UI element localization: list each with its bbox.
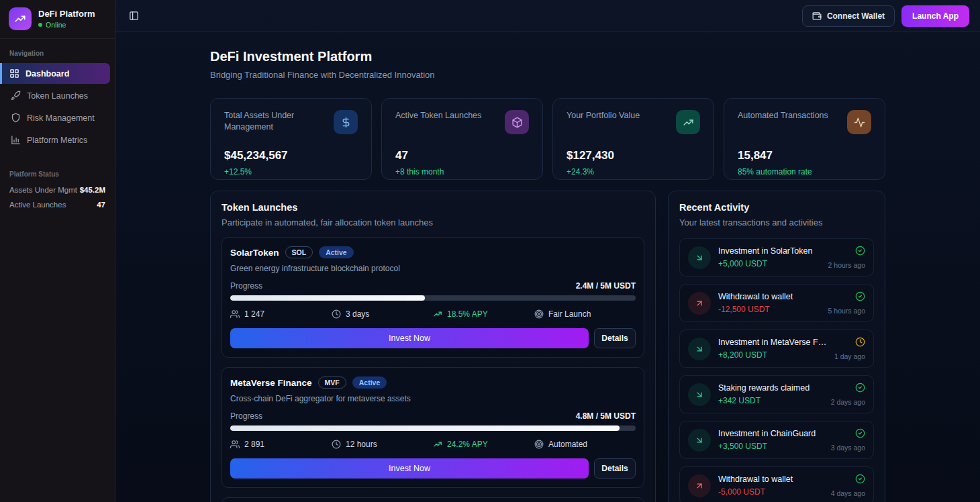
brand-logo bbox=[9, 7, 32, 30]
activity-title: Investment in SolarToken bbox=[718, 246, 821, 256]
rocket-icon bbox=[11, 91, 21, 101]
main-area: Connect Wallet Launch App DeFi Investmen… bbox=[115, 0, 980, 502]
sidebar-item-risk-management[interactable]: Risk Management bbox=[5, 107, 110, 128]
package-icon bbox=[505, 110, 529, 134]
panel-left-icon bbox=[129, 11, 139, 21]
bar-chart-icon bbox=[11, 135, 21, 145]
activity-item[interactable]: Staking rewards claimed +342 USDT 2 days… bbox=[679, 375, 874, 413]
activity-amount: +3,500 USDT bbox=[718, 442, 824, 451]
activity-amount: +8,200 USDT bbox=[718, 350, 827, 360]
arrow-down-right-icon bbox=[688, 246, 711, 269]
details-button[interactable]: Details bbox=[594, 328, 636, 348]
brand-name: DeFi Platform bbox=[38, 9, 95, 19]
activity-item[interactable]: Investment in MetaVerse Finance +8,200 U… bbox=[679, 330, 874, 368]
launch-description: Green energy infrastructure blockchain p… bbox=[230, 264, 636, 273]
progress-fill bbox=[230, 295, 425, 301]
recent-activity-title: Recent Activity bbox=[679, 202, 874, 213]
sidebar-item-label: Token Launches bbox=[27, 91, 88, 101]
launch-description: Cross-chain DeFi aggregator for metavers… bbox=[230, 394, 636, 403]
status-row-launches: Active Launches 47 bbox=[0, 197, 115, 212]
stats-grid: Total Assets Under Management $45,234,56… bbox=[210, 98, 885, 180]
symbol-chip: SOL bbox=[285, 246, 313, 258]
activity-amount: -5,000 USDT bbox=[718, 487, 824, 497]
token-launches-panel: Token Launches Participate in automated,… bbox=[210, 191, 656, 502]
stat-change: +12.5% bbox=[224, 167, 358, 177]
activity-time: 2 hours ago bbox=[828, 261, 865, 269]
stat-card-active-launches: Active Token Launches 47 +8 this month bbox=[381, 98, 543, 180]
launch-type-stat: Automated bbox=[534, 440, 636, 449]
sidebar-toggle-button[interactable] bbox=[126, 8, 142, 23]
activity-title: Withdrawal to wallet bbox=[718, 292, 821, 301]
sidebar-item-label: Platform Metrics bbox=[27, 136, 87, 145]
trending-up-icon bbox=[14, 13, 26, 25]
topbar-actions: Connect Wallet Launch App bbox=[802, 5, 969, 27]
aum-value: $45.2M bbox=[80, 186, 105, 194]
nav-section-label: Navigation bbox=[0, 39, 115, 62]
app-root: DeFi Platform Online Navigation Dashboar… bbox=[0, 0, 980, 502]
activity-item[interactable]: Investment in ChainGuard +3,500 USDT 3 d… bbox=[679, 421, 874, 459]
stat-change: +8 this month bbox=[395, 167, 529, 177]
progress-bar[interactable] bbox=[230, 295, 636, 301]
details-button[interactable]: Details bbox=[594, 458, 636, 479]
status-badge: Active bbox=[319, 246, 354, 258]
progress-bar[interactable] bbox=[230, 425, 636, 431]
participants-stat: 1 247 bbox=[230, 309, 332, 319]
apy-stat: 18.5% APY bbox=[433, 309, 534, 319]
check-circle-icon bbox=[855, 474, 865, 484]
recent-activity-panel: Recent Activity Your latest transactions… bbox=[668, 191, 885, 502]
activity-time: 5 hours ago bbox=[828, 307, 865, 315]
online-dot-icon bbox=[38, 23, 42, 27]
invest-now-button[interactable]: Invest Now bbox=[230, 458, 589, 479]
users-icon bbox=[230, 440, 240, 449]
arrow-down-right-icon bbox=[688, 383, 711, 406]
progress-value: 4.8M / 5M USDT bbox=[576, 411, 636, 421]
activity-item[interactable]: Withdrawal to wallet -5,000 USDT 4 days … bbox=[679, 466, 874, 502]
activity-amount: -12,500 USDT bbox=[718, 305, 821, 314]
target-icon bbox=[534, 440, 544, 449]
shield-icon bbox=[11, 113, 21, 123]
check-circle-icon bbox=[855, 291, 865, 301]
trending-up-icon bbox=[676, 110, 700, 134]
launch-card-metaverse-finance: MetaVerse Finance MVF Active Cross-chain… bbox=[222, 367, 644, 488]
trending-up-icon bbox=[433, 309, 442, 319]
recent-activity-subtitle: Your latest transactions and activities bbox=[679, 217, 874, 228]
platform-status-section: Platform Status Assets Under Mgmt $45.2M… bbox=[0, 160, 115, 212]
activity-time: 3 days ago bbox=[831, 444, 865, 452]
launch-type-stat: Fair Launch bbox=[534, 309, 636, 319]
launch-card-solartoken: SolarToken SOL Active Green energy infra… bbox=[222, 237, 644, 358]
activity-amount: +5,000 USDT bbox=[718, 259, 821, 268]
online-status: Online bbox=[38, 21, 95, 29]
launch-app-button[interactable]: Launch App bbox=[901, 5, 969, 27]
activity-title: Staking rewards claimed bbox=[718, 383, 824, 393]
invest-now-button[interactable]: Invest Now bbox=[230, 328, 589, 348]
sidebar-item-token-launches[interactable]: Token Launches bbox=[5, 85, 110, 106]
page-subtitle: Bridging Traditional Finance with Decent… bbox=[210, 70, 885, 80]
platform-status-label: Platform Status bbox=[0, 160, 115, 183]
clock-icon bbox=[855, 337, 865, 347]
activity-time: 2 days ago bbox=[831, 398, 865, 406]
activity-amount: +342 USDT bbox=[718, 396, 824, 405]
dashboard-grid-icon bbox=[9, 68, 19, 79]
time-left-stat: 3 days bbox=[332, 309, 433, 319]
sidebar-nav: Dashboard Token Launches Risk Management… bbox=[0, 62, 115, 152]
time-left-stat: 12 hours bbox=[332, 440, 433, 449]
target-icon bbox=[534, 309, 544, 319]
progress-value: 2.4M / 5M USDT bbox=[576, 281, 636, 291]
dollar-icon bbox=[334, 110, 358, 134]
activity-item[interactable]: Withdrawal to wallet -12,500 USDT 5 hour… bbox=[679, 284, 874, 322]
stat-value: $127,430 bbox=[567, 149, 700, 162]
activity-item[interactable]: Investment in SolarToken +5,000 USDT 2 h… bbox=[679, 238, 874, 277]
arrow-up-right-icon bbox=[688, 292, 711, 315]
launch-name: SolarToken bbox=[230, 248, 279, 258]
status-badge: Active bbox=[352, 376, 387, 389]
activity-title: Investment in ChainGuard bbox=[718, 429, 824, 438]
sidebar-item-platform-metrics[interactable]: Platform Metrics bbox=[5, 130, 110, 150]
content: DeFi Investment Platform Bridging Tradit… bbox=[115, 32, 980, 502]
clock-icon bbox=[332, 440, 341, 449]
stat-card-portfolio-value: Your Portfolio Value $127,430 +24.3% bbox=[552, 98, 714, 180]
connect-wallet-button[interactable]: Connect Wallet bbox=[802, 5, 895, 27]
stat-value: 15,847 bbox=[738, 149, 871, 162]
wallet-icon bbox=[812, 11, 822, 21]
token-launches-subtitle: Participate in automated, fair allocatio… bbox=[222, 217, 644, 228]
sidebar-item-dashboard[interactable]: Dashboard bbox=[0, 63, 110, 84]
